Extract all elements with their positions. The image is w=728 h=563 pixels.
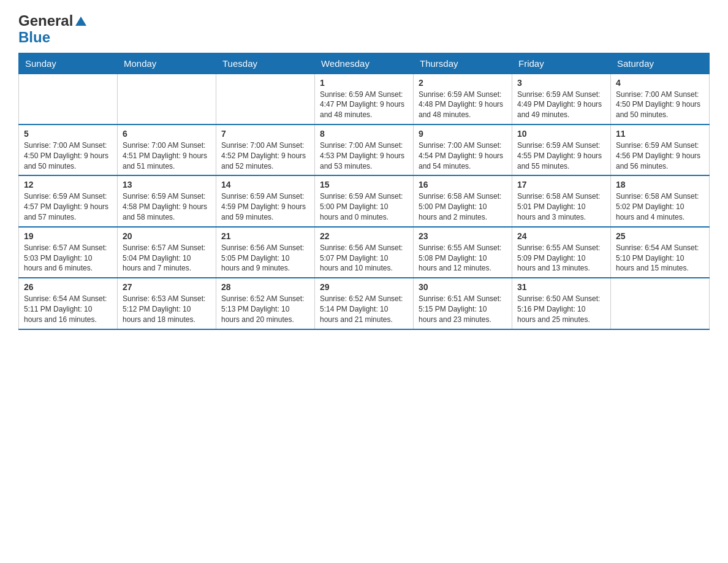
day-cell — [19, 74, 118, 124]
day-info: Sunrise: 7:00 AM Sunset: 4:50 PM Dayligh… — [24, 140, 112, 171]
day-info: Sunrise: 6:52 AM Sunset: 5:14 PM Dayligh… — [320, 294, 408, 324]
day-info: Sunrise: 6:58 AM Sunset: 5:00 PM Dayligh… — [419, 191, 507, 222]
day-number: 15 — [320, 180, 408, 190]
logo-triangle-icon — [74, 15, 88, 28]
header-cell-saturday: Saturday — [611, 53, 710, 74]
header-cell-thursday: Thursday — [414, 53, 512, 74]
day-info: Sunrise: 7:00 AM Sunset: 4:54 PM Dayligh… — [419, 140, 507, 171]
day-cell: 8Sunrise: 7:00 AM Sunset: 4:53 PM Daylig… — [315, 124, 414, 175]
day-number: 26 — [24, 282, 112, 292]
day-info: Sunrise: 6:59 AM Sunset: 4:58 PM Dayligh… — [123, 191, 211, 222]
day-number: 9 — [419, 129, 507, 139]
day-number: 3 — [517, 78, 605, 88]
day-cell: 17Sunrise: 6:58 AM Sunset: 5:01 PM Dayli… — [512, 175, 611, 226]
day-cell: 29Sunrise: 6:52 AM Sunset: 5:14 PM Dayli… — [315, 278, 414, 329]
day-cell — [611, 278, 710, 329]
day-cell: 31Sunrise: 6:50 AM Sunset: 5:16 PM Dayli… — [512, 278, 611, 329]
day-number: 23 — [419, 231, 507, 241]
week-row-5: 26Sunrise: 6:54 AM Sunset: 5:11 PM Dayli… — [19, 278, 710, 329]
svg-marker-0 — [75, 17, 86, 26]
day-cell: 25Sunrise: 6:54 AM Sunset: 5:10 PM Dayli… — [611, 227, 710, 278]
day-info: Sunrise: 6:59 AM Sunset: 5:00 PM Dayligh… — [320, 191, 408, 222]
day-number: 22 — [320, 231, 408, 241]
day-number: 31 — [517, 282, 605, 292]
day-info: Sunrise: 6:55 AM Sunset: 5:09 PM Dayligh… — [517, 243, 605, 274]
day-number: 12 — [24, 180, 112, 190]
day-info: Sunrise: 6:59 AM Sunset: 4:48 PM Dayligh… — [419, 90, 507, 120]
day-number: 14 — [221, 180, 309, 190]
day-cell: 23Sunrise: 6:55 AM Sunset: 5:08 PM Dayli… — [414, 227, 512, 278]
day-info: Sunrise: 6:59 AM Sunset: 4:55 PM Dayligh… — [517, 140, 605, 171]
day-info: Sunrise: 6:56 AM Sunset: 5:07 PM Dayligh… — [320, 243, 408, 274]
day-cell: 2Sunrise: 6:59 AM Sunset: 4:48 PM Daylig… — [414, 74, 512, 124]
day-info: Sunrise: 6:52 AM Sunset: 5:13 PM Dayligh… — [221, 294, 309, 324]
day-cell: 12Sunrise: 6:59 AM Sunset: 4:57 PM Dayli… — [19, 175, 118, 226]
day-info: Sunrise: 6:57 AM Sunset: 5:04 PM Dayligh… — [123, 243, 211, 274]
day-cell: 3Sunrise: 6:59 AM Sunset: 4:49 PM Daylig… — [512, 74, 611, 124]
week-row-2: 5Sunrise: 7:00 AM Sunset: 4:50 PM Daylig… — [19, 124, 710, 175]
week-row-1: 1Sunrise: 6:59 AM Sunset: 4:47 PM Daylig… — [19, 74, 710, 124]
day-info: Sunrise: 6:58 AM Sunset: 5:02 PM Dayligh… — [616, 191, 704, 222]
day-number: 7 — [221, 129, 309, 139]
day-info: Sunrise: 6:59 AM Sunset: 4:59 PM Dayligh… — [221, 191, 309, 222]
day-cell: 21Sunrise: 6:56 AM Sunset: 5:05 PM Dayli… — [216, 227, 315, 278]
day-number: 24 — [517, 231, 605, 241]
day-cell: 6Sunrise: 7:00 AM Sunset: 4:51 PM Daylig… — [118, 124, 216, 175]
day-info: Sunrise: 6:54 AM Sunset: 5:11 PM Dayligh… — [24, 294, 112, 324]
day-number: 5 — [24, 129, 112, 139]
day-info: Sunrise: 6:51 AM Sunset: 5:15 PM Dayligh… — [419, 294, 507, 324]
header-cell-monday: Monday — [118, 53, 216, 74]
day-number: 8 — [320, 129, 408, 139]
day-info: Sunrise: 6:57 AM Sunset: 5:03 PM Dayligh… — [24, 243, 112, 274]
day-info: Sunrise: 7:00 AM Sunset: 4:51 PM Dayligh… — [123, 140, 211, 171]
day-cell: 15Sunrise: 6:59 AM Sunset: 5:00 PM Dayli… — [315, 175, 414, 226]
day-info: Sunrise: 6:58 AM Sunset: 5:01 PM Dayligh… — [517, 191, 605, 222]
header-cell-friday: Friday — [512, 53, 611, 74]
day-number: 13 — [123, 180, 211, 190]
day-info: Sunrise: 7:00 AM Sunset: 4:53 PM Dayligh… — [320, 140, 408, 171]
day-cell: 20Sunrise: 6:57 AM Sunset: 5:04 PM Dayli… — [118, 227, 216, 278]
header-row: SundayMondayTuesdayWednesdayThursdayFrid… — [19, 53, 710, 74]
header-cell-tuesday: Tuesday — [216, 53, 315, 74]
week-row-3: 12Sunrise: 6:59 AM Sunset: 4:57 PM Dayli… — [19, 175, 710, 226]
day-cell: 19Sunrise: 6:57 AM Sunset: 5:03 PM Dayli… — [19, 227, 118, 278]
day-number: 27 — [123, 282, 211, 292]
day-number: 1 — [320, 78, 408, 88]
header-cell-sunday: Sunday — [19, 53, 118, 74]
day-number: 18 — [616, 180, 704, 190]
day-number: 19 — [24, 231, 112, 241]
day-info: Sunrise: 6:59 AM Sunset: 4:49 PM Dayligh… — [517, 90, 605, 120]
day-info: Sunrise: 6:54 AM Sunset: 5:10 PM Dayligh… — [616, 243, 704, 274]
day-number: 10 — [517, 129, 605, 139]
day-cell: 9Sunrise: 7:00 AM Sunset: 4:54 PM Daylig… — [414, 124, 512, 175]
day-info: Sunrise: 7:00 AM Sunset: 4:50 PM Dayligh… — [616, 90, 704, 120]
week-row-4: 19Sunrise: 6:57 AM Sunset: 5:03 PM Dayli… — [19, 227, 710, 278]
day-number: 16 — [419, 180, 507, 190]
day-cell: 16Sunrise: 6:58 AM Sunset: 5:00 PM Dayli… — [414, 175, 512, 226]
logo: General Blue — [18, 12, 88, 47]
day-number: 30 — [419, 282, 507, 292]
day-cell: 14Sunrise: 6:59 AM Sunset: 4:59 PM Dayli… — [216, 175, 315, 226]
day-cell: 11Sunrise: 6:59 AM Sunset: 4:56 PM Dayli… — [611, 124, 710, 175]
day-info: Sunrise: 6:55 AM Sunset: 5:08 PM Dayligh… — [419, 243, 507, 274]
logo-general-text: General — [18, 12, 73, 30]
day-cell: 24Sunrise: 6:55 AM Sunset: 5:09 PM Dayli… — [512, 227, 611, 278]
logo-line1: General — [18, 12, 88, 30]
day-info: Sunrise: 6:59 AM Sunset: 4:47 PM Dayligh… — [320, 90, 408, 120]
day-number: 11 — [616, 129, 704, 139]
day-number: 6 — [123, 129, 211, 139]
day-cell: 18Sunrise: 6:58 AM Sunset: 5:02 PM Dayli… — [611, 175, 710, 226]
logo-blue-text: Blue — [18, 29, 88, 47]
calendar-table: SundayMondayTuesdayWednesdayThursdayFrid… — [18, 53, 710, 330]
day-number: 29 — [320, 282, 408, 292]
day-cell: 10Sunrise: 6:59 AM Sunset: 4:55 PM Dayli… — [512, 124, 611, 175]
day-cell: 5Sunrise: 7:00 AM Sunset: 4:50 PM Daylig… — [19, 124, 118, 175]
day-number: 2 — [419, 78, 507, 88]
day-cell: 1Sunrise: 6:59 AM Sunset: 4:47 PM Daylig… — [315, 74, 414, 124]
header: General Blue — [18, 12, 710, 47]
day-info: Sunrise: 7:00 AM Sunset: 4:52 PM Dayligh… — [221, 140, 309, 171]
day-number: 20 — [123, 231, 211, 241]
day-number: 17 — [517, 180, 605, 190]
day-cell — [118, 74, 216, 124]
day-number: 25 — [616, 231, 704, 241]
